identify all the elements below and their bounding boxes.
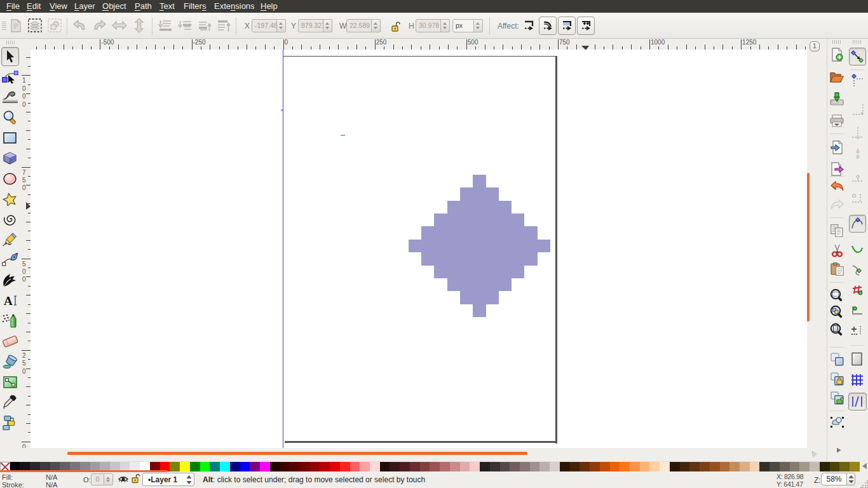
svg-text:A: A — [4, 295, 13, 306]
